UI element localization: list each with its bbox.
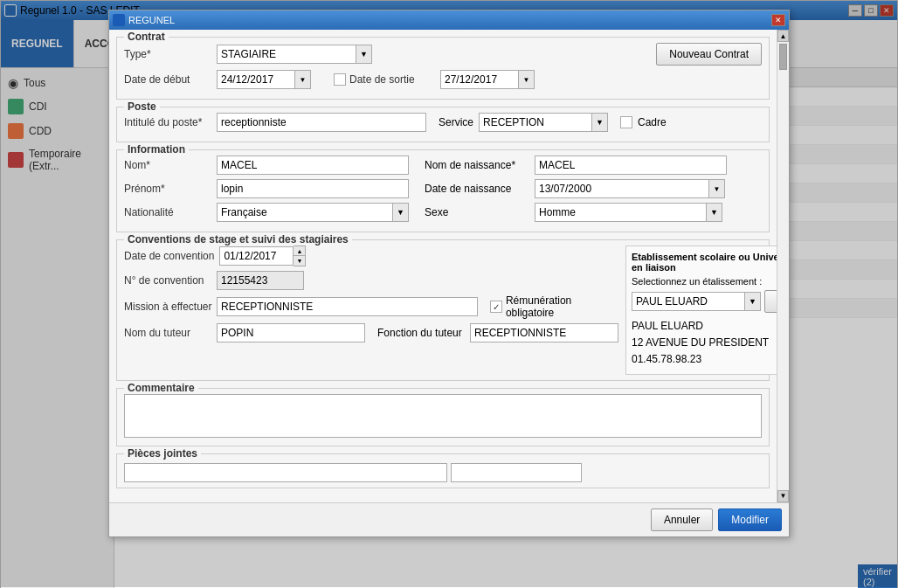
- scrollbar-track: [777, 42, 789, 490]
- date-convention-field: ▲ ▼: [219, 246, 306, 266]
- convention-section: Conventions de stage et suivi des stagia…: [116, 239, 770, 381]
- etab-input[interactable]: [632, 292, 745, 311]
- cadre-checkbox[interactable]: [620, 116, 632, 128]
- poste-row: Intitulé du poste* Service ▼ Cadre: [124, 113, 762, 132]
- date-naissance-btn[interactable]: ▼: [709, 179, 725, 198]
- nationalite-row: Nationalité ▼ Sexe ▼: [124, 203, 762, 222]
- etablissement-title: Etablissement scolaire ou Universitaire …: [632, 252, 777, 273]
- information-section: Information Nom* Nom de naissance* Préno…: [116, 149, 770, 232]
- dialog-inner: Contrat Type* ▼ Nouveau Contrat: [109, 30, 789, 502]
- contrat-section-label: Contrat: [124, 31, 169, 43]
- num-convention-label: N° de convention: [124, 274, 211, 287]
- pieces-input-1[interactable]: [124, 463, 447, 482]
- dialog-footer: Annuler Modifier: [109, 502, 789, 536]
- prenom-row: Prénom* Date de naissance ▼: [124, 179, 762, 198]
- commentaire-textarea[interactable]: [124, 394, 762, 438]
- date-sortie-checkbox[interactable]: [334, 73, 346, 86]
- sexe-input[interactable]: [535, 203, 707, 222]
- dialog-scrollable: Contrat Type* ▼ Nouveau Contrat: [109, 30, 777, 502]
- nationalite-combo-btn[interactable]: ▼: [393, 203, 409, 222]
- dialog-titlebar: REGUNEL ✕: [109, 10, 789, 30]
- remuneration-label: Rémunération obligatoire: [506, 294, 618, 319]
- etab-combo[interactable]: ▼: [632, 290, 761, 313]
- service-combo[interactable]: ▼: [479, 113, 608, 132]
- type-combo-btn[interactable]: ▼: [356, 45, 372, 64]
- date-sortie-group: Date de sortie ▼: [334, 70, 535, 89]
- commentaire-section: Commentaire: [116, 388, 770, 446]
- nom-tuteur-input[interactable]: [217, 323, 365, 342]
- intitule-input[interactable]: [217, 113, 426, 132]
- etab-info-phone: 01.45.78.98.23: [632, 351, 777, 368]
- type-input[interactable]: [217, 45, 356, 64]
- nom-naissance-input[interactable]: [535, 156, 727, 175]
- date-debut-label: Date de début: [124, 73, 211, 86]
- select-etab-label: Selectionnez un étalissement :: [632, 276, 777, 287]
- dates-row: Date de début ▼ Date de sortie: [124, 70, 762, 89]
- date-convention-input[interactable]: [219, 246, 294, 266]
- date-sortie-input[interactable]: [440, 70, 519, 89]
- etab-info-address: 12 AVENUE DU PRESIDENT: [632, 335, 777, 351]
- pieces-row: [124, 463, 762, 482]
- date-convention-spinner[interactable]: ▲ ▼: [294, 246, 306, 266]
- date-naissance-input[interactable]: [535, 179, 709, 198]
- etab-info: PAUL ELUARD 12 AVENUE DU PRESIDENT 01.45…: [632, 318, 777, 369]
- dialog: REGUNEL ✕ Contrat Type*: [108, 10, 790, 537]
- date-debut-input[interactable]: [217, 70, 295, 89]
- mission-label: Mission à effectuer: [124, 301, 211, 313]
- dialog-scrollbar: ▲ ▼: [777, 30, 789, 502]
- tuteur-row: Nom du tuteur Fonction du tuteur: [124, 323, 618, 342]
- date-sortie-btn[interactable]: ▼: [519, 70, 535, 89]
- scrollbar-up-button[interactable]: ▲: [777, 30, 789, 42]
- etablissement-box: Etablissement scolaire ou Universitaire …: [625, 246, 777, 375]
- fonction-tuteur-input[interactable]: [470, 323, 618, 342]
- type-combo[interactable]: ▼: [217, 45, 372, 64]
- service-label: Service: [439, 116, 473, 128]
- annuler-button[interactable]: Annuler: [651, 508, 713, 531]
- service-combo-btn[interactable]: ▼: [592, 113, 608, 132]
- nom-tuteur-label: Nom du tuteur: [124, 327, 211, 339]
- information-section-label: Information: [124, 143, 189, 156]
- nationalite-combo[interactable]: ▼: [217, 203, 409, 222]
- modifier-button[interactable]: Modifier: [718, 508, 782, 531]
- convention-layout: Date de convention ▲ ▼: [124, 246, 762, 375]
- pieces-input-2[interactable]: [451, 463, 582, 482]
- num-convention-input[interactable]: [217, 271, 304, 290]
- pieces-section-label: Pièces jointes: [124, 447, 201, 460]
- scrollbar-thumb[interactable]: [779, 44, 787, 70]
- spinner-down[interactable]: ▼: [294, 256, 305, 266]
- mission-row: Mission à effectuer Rémunération obligat…: [124, 294, 618, 319]
- commentaire-section-label: Commentaire: [124, 382, 198, 394]
- dialog-title: REGUNEL: [128, 15, 175, 25]
- remuneration-checkbox[interactable]: [490, 301, 502, 313]
- etab-combo-btn[interactable]: ▼: [745, 292, 761, 311]
- date-convention-row: Date de convention ▲ ▼: [124, 246, 618, 266]
- mission-input[interactable]: [217, 297, 478, 316]
- date-naissance-label: Date de naissance: [425, 183, 529, 195]
- spinner-up[interactable]: ▲: [294, 246, 305, 256]
- sexe-combo[interactable]: ▼: [535, 203, 722, 222]
- nationalite-input[interactable]: [217, 203, 393, 222]
- date-sortie-label: Date de sortie: [349, 73, 437, 86]
- prenom-label: Prénom*: [124, 183, 211, 195]
- convention-left: Date de convention ▲ ▼: [124, 246, 618, 375]
- sexe-combo-btn[interactable]: ▼: [707, 203, 722, 222]
- main-window: Regunel 1.0 - SAS LEDIT ─ □ ✕ REGUNEL AC…: [0, 0, 898, 588]
- date-naissance-field: ▼: [535, 179, 725, 198]
- gerer-button[interactable]: Gérer: [764, 290, 777, 313]
- dialog-close-button[interactable]: ✕: [771, 14, 785, 26]
- nom-label: Nom*: [124, 159, 211, 171]
- cadre-label: Cadre: [638, 116, 667, 128]
- service-input[interactable]: [479, 113, 592, 132]
- scrollbar-down-button[interactable]: ▼: [777, 490, 789, 502]
- pieces-section: Pièces jointes: [116, 453, 770, 488]
- dialog-content: Contrat Type* ▼ Nouveau Contrat: [109, 30, 777, 502]
- date-debut-field: ▼: [217, 70, 311, 89]
- contrat-type-row: Type* ▼ Nouveau Contrat: [124, 43, 762, 66]
- prenom-input[interactable]: [217, 179, 409, 198]
- etab-select-row: ▼ Gérer: [632, 290, 777, 313]
- intitule-label: Intitulé du poste*: [124, 116, 211, 128]
- num-convention-row: N° de convention: [124, 271, 618, 290]
- nouveau-contrat-button[interactable]: Nouveau Contrat: [656, 43, 762, 66]
- date-debut-btn[interactable]: ▼: [295, 70, 311, 89]
- nom-input[interactable]: [217, 156, 409, 175]
